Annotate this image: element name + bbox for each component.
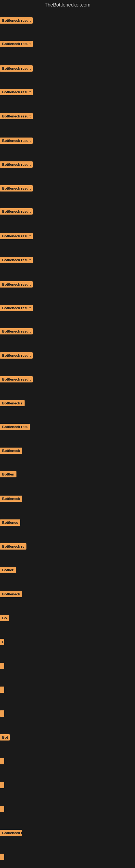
bottleneck-badge: Bo [0,615,9,621]
bottleneck-badge: Bottlen [0,471,16,477]
bottleneck-item: Bottleneck result [0,257,33,264]
bottleneck-badge: Bottleneck result [0,137,33,144]
bottleneck-item: Bottlen [0,471,16,478]
bottleneck-item: Bottleneck result [0,328,33,336]
bottleneck-badge [0,663,4,669]
bottleneck-item [0,806,4,813]
bottleneck-badge: Bottleneck r [0,400,25,406]
bottleneck-badge: Bottleneck re [0,543,27,550]
bottleneck-item: Bottleneck result [0,89,33,96]
bottleneck-item [0,854,4,861]
bottleneck-item: Bottleneck result [0,18,33,25]
bottleneck-item: Bottleneck result [0,208,33,216]
bottleneck-badge [0,710,4,717]
bottleneck-item: Bottleneck result [0,65,33,73]
bottleneck-badge: Bottleneck result [0,376,33,382]
bottleneck-badge: Bottleneck re [0,830,22,836]
site-title: TheBottlenecker.com [0,0,135,10]
bottleneck-badge: Bottler [0,567,16,573]
bottleneck-badge: Bottleneck resu [0,424,30,430]
bottleneck-badge: Bottleneck result [0,352,33,359]
bottleneck-badge: Bottleneck [0,496,22,502]
bottleneck-badge [0,854,4,860]
bottleneck-badge: Bottleneck result [0,208,33,215]
bottleneck-item: Bottleneck [0,447,22,455]
bottleneck-badge: Bottleneck [0,591,22,597]
bottleneck-badge: Bottleneck result [0,89,33,95]
bottleneck-badge: Bottleneck result [0,305,33,311]
bottleneck-item: Bottleneck result [0,352,33,360]
bottleneck-item: Bottleneck result [0,233,33,240]
bottleneck-badge: Bottleneck result [0,328,33,335]
bottleneck-item [0,710,4,718]
bottleneck-item: Bottleneck result [0,41,33,48]
bottleneck-item [0,758,4,766]
bottleneck-badge: Bottleneck result [0,41,33,47]
bottleneck-item: Bottlenec [0,520,20,527]
bottleneck-item: Bottleneck result [0,305,33,312]
bottleneck-item: Bottleneck re [0,543,27,551]
bottleneck-item: Bottler [0,567,16,574]
bottleneck-badge: Bottleneck result [0,185,33,191]
bottleneck-badge: Bottleneck result [0,161,33,167]
bottleneck-item: B [0,639,4,646]
bottleneck-badge: Bottleneck result [0,65,33,72]
bottleneck-badge [0,686,4,693]
bottleneck-item: Bottleneck [0,591,22,598]
bottleneck-badge: Bottlenec [0,520,20,526]
bottleneck-item: Bottleneck result [0,137,33,145]
bottleneck-badge: Bottleneck result [0,233,33,239]
bottleneck-badge [0,758,4,764]
bottleneck-item: Bot [0,734,10,742]
bottleneck-item: Bottleneck resu [0,424,30,431]
bottleneck-item: Bottleneck r [0,400,25,407]
bottleneck-badge: Bottleneck [0,447,22,454]
bottleneck-item: Bottleneck result [0,185,33,193]
bottleneck-badge: B [0,639,4,645]
bottleneck-badge [0,782,4,788]
bottleneck-item: Bottleneck re [0,830,22,837]
bottleneck-item: Bottleneck result [0,161,33,169]
bottleneck-item: Bottleneck result [0,376,33,383]
bottleneck-item [0,782,4,789]
bottleneck-badge: Bottleneck result [0,18,33,24]
bottleneck-badge: Bottleneck result [0,257,33,263]
bottleneck-item [0,663,4,670]
bottleneck-item: Bottleneck result [0,113,33,120]
bottleneck-item: Bottleneck [0,496,22,503]
bottleneck-badge: Bot [0,734,10,741]
bottleneck-item [0,686,4,694]
bottleneck-item: Bottleneck result [0,281,33,289]
bottleneck-item: Bo [0,615,9,622]
bottleneck-badge: Bottleneck result [0,281,33,287]
bottleneck-badge [0,806,4,812]
bottleneck-badge: Bottleneck result [0,113,33,119]
